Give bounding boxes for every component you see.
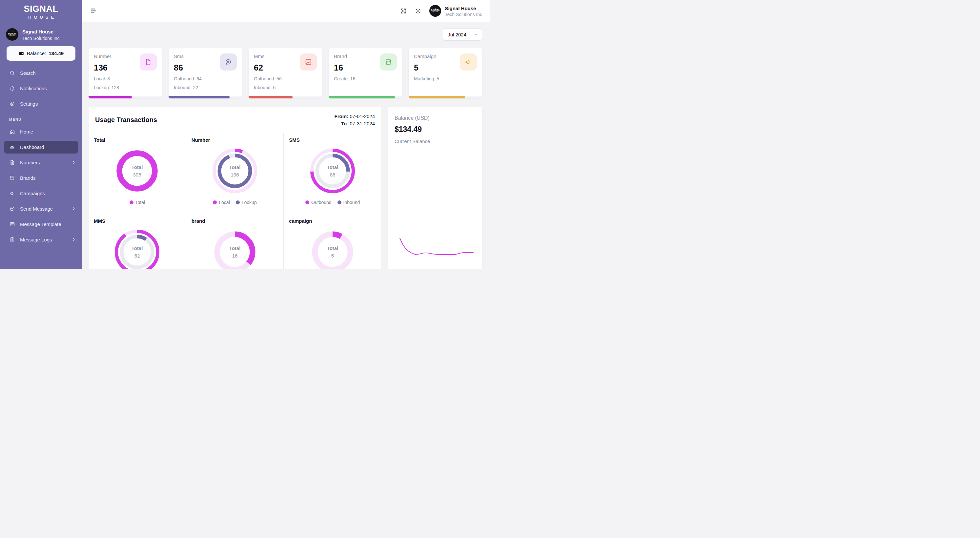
sidebar-item-campaigns[interactable]: Campaigns (0, 186, 82, 201)
stat-card-detail: Inbound: 6 (254, 85, 317, 90)
flame-icon (12, 31, 13, 32)
balance-panel: Balance (USD) $134.49 Current Balance (388, 107, 482, 269)
svg-text:Total: Total (132, 245, 143, 251)
sidebar-item-label: Settings (20, 101, 38, 107)
chevron-right-icon (72, 206, 76, 211)
sidebar-item-send-message[interactable]: Send Message (0, 201, 82, 216)
sidebar-item-label: Search (20, 70, 36, 76)
sidebar-item-label: Send Message (20, 206, 53, 212)
stat-card-brand: Brand16Create: 16 (329, 48, 402, 99)
chat-icon (220, 54, 237, 70)
chart-cell-number: NumberTotal136LocalLookup (186, 133, 284, 214)
chart-cell-sms: SMSTotal86OutboundInbound (284, 133, 382, 214)
svg-text:Total: Total (132, 164, 143, 170)
stat-card-mms: Mms62Outbound: 56Inbound: 6 (248, 48, 322, 99)
chevron-right-icon (72, 237, 76, 242)
donut-chart-grid: TotalTotal305TotalNumberTotal136LocalLoo… (89, 133, 382, 269)
stat-card-progress (248, 96, 322, 99)
sidebar-item-numbers[interactable]: Numbers (0, 155, 82, 170)
chart-title: SMS (289, 137, 300, 143)
legend-dot (130, 201, 134, 204)
sidebar-item-brands[interactable]: Brands (0, 170, 82, 186)
storefront-icon (380, 54, 397, 70)
svg-text:Total: Total (327, 245, 339, 251)
theme-sun-icon[interactable] (415, 8, 422, 14)
gear-icon (9, 101, 16, 107)
credit-card-icon (18, 51, 24, 56)
sidebar-item-label: Home (20, 129, 33, 135)
svg-text:136: 136 (231, 172, 239, 177)
chart-legend: Total (130, 200, 145, 205)
chart-title: Total (94, 137, 105, 143)
sidebar-menu-nav: HomeDashboardNumbersBrandsCampaignsSend … (0, 124, 82, 247)
fullscreen-icon[interactable] (400, 8, 407, 14)
sidebar-menu-label: MENU (0, 111, 82, 124)
profile-name: Signal House (445, 5, 482, 12)
chevron-right-icon (72, 160, 76, 165)
legend-dot (236, 201, 240, 204)
sidebar-item-message-logs[interactable]: Message Logs (0, 232, 82, 247)
donut-chart: Total86 (308, 146, 357, 196)
svg-text:305: 305 (133, 172, 142, 177)
sidebar-item-label: Campaigns (20, 191, 45, 196)
sidebar-item-home[interactable]: Home (0, 124, 82, 139)
profile-menu[interactable]: SIGNAL HOUSE Signal House Tech Solutions… (430, 5, 482, 17)
balance-panel-title: Balance (USD) (395, 115, 476, 121)
dashboard-icon (9, 144, 16, 150)
legend-dot (213, 201, 217, 204)
balance-value: 134.49 (49, 51, 64, 56)
chart-legend: OutboundInbound (305, 200, 360, 205)
stat-card-detail: Create: 16 (334, 76, 397, 81)
chart-legend: LocalLookup (213, 200, 256, 205)
main-content: Jul 2024 Number136Local: 8Lookup: 128Sms… (82, 22, 490, 269)
balance-trend-sparkline (388, 226, 482, 269)
account-name: Signal House (22, 28, 60, 36)
sidebar-item-settings[interactable]: Settings (0, 96, 82, 111)
stat-card-progress (329, 96, 402, 99)
account-avatar: SIGNAL HOUSE (6, 28, 18, 41)
from-label: From: (334, 113, 348, 119)
sidebar-item-search[interactable]: Search (0, 65, 82, 81)
sidebar-item-dashboard[interactable]: Dashboard (4, 141, 78, 154)
from-value: 07-01-2024 (350, 113, 375, 119)
sidebar-item-label: Message Template (20, 221, 61, 227)
stat-card-sms: Sms86Outbound: 64Inbound: 22 (169, 48, 242, 99)
svg-text:Total: Total (327, 164, 339, 170)
svg-text:62: 62 (134, 253, 140, 258)
sidebar-item-label: Dashboard (20, 144, 44, 150)
document-icon (140, 54, 157, 70)
stat-card-number: Number136Local: 8Lookup: 128 (89, 48, 162, 99)
chart-title: campaign (289, 218, 312, 224)
stat-card-detail: Marketing: 5 (414, 76, 477, 81)
svg-text:5: 5 (331, 253, 334, 258)
period-selector[interactable]: Jul 2024 (443, 28, 482, 41)
legend-item: Lookup (236, 200, 257, 205)
stat-card-progress (89, 96, 162, 99)
hamburger-menu-icon[interactable] (90, 6, 99, 16)
donut-chart: Total62 (113, 228, 162, 269)
chart-cell-mms: MMSTotal62 (89, 214, 186, 269)
balance-subtitle: Current Balance (395, 138, 476, 144)
stat-card-progress (169, 96, 242, 99)
sidebar-item-message-template[interactable]: Message Template (0, 216, 82, 232)
sidebar-balance-card[interactable]: Balance: 134.49 (6, 46, 75, 61)
image-icon (300, 54, 317, 70)
stat-cards-row: Number136Local: 8Lookup: 128Sms86Outboun… (82, 41, 490, 99)
sidebar-item-notifications[interactable]: Notifications (0, 81, 82, 96)
date-range: From: 07-01-2024 To: 07-31-2024 (334, 113, 375, 127)
donut-chart: Total305 (113, 146, 162, 196)
sidebar-item-label: Notifications (20, 86, 47, 91)
balance-amount: $134.49 (395, 125, 476, 134)
chart-title: Number (191, 137, 210, 143)
profile-avatar: SIGNAL HOUSE (430, 5, 441, 17)
chart-title: MMS (94, 218, 105, 224)
stat-card-detail: Outbound: 64 (174, 76, 237, 81)
donut-chart: Total16 (210, 228, 259, 269)
numbers-icon (9, 159, 16, 166)
legend-item: Total (130, 200, 145, 205)
campaigns-icon (9, 190, 16, 196)
stat-card-campaign: Campaign5Marketing: 5 (409, 48, 482, 99)
svg-text:86: 86 (330, 172, 336, 177)
logo-line1: SIGNAL (24, 4, 58, 14)
to-label: To: (341, 121, 348, 126)
